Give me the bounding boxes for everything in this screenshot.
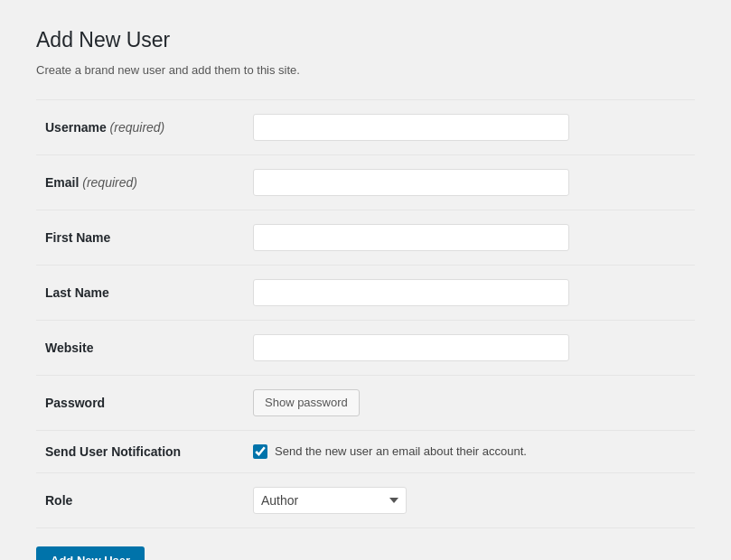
user-form-table: Username (required) Email (required) bbox=[36, 99, 695, 528]
role-input-cell: Subscriber Contributor Author Editor Adm… bbox=[235, 472, 695, 527]
email-label-cell: Email (required) bbox=[36, 154, 235, 210]
role-row: Role Subscriber Contributor Author Edito… bbox=[36, 472, 695, 527]
firstname-label-cell: First Name bbox=[36, 210, 235, 265]
email-label: Email (required) bbox=[45, 175, 137, 190]
website-input-cell bbox=[235, 320, 695, 375]
lastname-label: Last Name bbox=[45, 285, 109, 300]
show-password-button[interactable]: Show password bbox=[253, 389, 360, 416]
firstname-row: First Name bbox=[36, 210, 695, 265]
lastname-input-cell bbox=[235, 265, 695, 320]
send-notification-checkbox[interactable] bbox=[253, 444, 267, 459]
firstname-input[interactable] bbox=[253, 224, 569, 251]
notification-label: Send User Notification bbox=[45, 444, 181, 459]
firstname-label: First Name bbox=[45, 230, 110, 245]
username-label-cell: Username (required) bbox=[36, 99, 235, 154]
add-new-user-button[interactable]: Add New User bbox=[36, 546, 145, 560]
username-input[interactable] bbox=[253, 114, 569, 141]
website-row: Website bbox=[36, 320, 695, 375]
notification-label-cell: Send User Notification bbox=[36, 430, 235, 472]
email-input-cell bbox=[235, 154, 695, 210]
role-label-cell: Role bbox=[36, 472, 235, 527]
lastname-input[interactable] bbox=[253, 279, 569, 306]
username-row: Username (required) bbox=[36, 99, 695, 154]
notification-row: Send User Notification Send the new user… bbox=[36, 430, 695, 472]
password-row: Password Show password bbox=[36, 375, 695, 430]
firstname-input-cell bbox=[235, 210, 695, 265]
notification-text: Send the new user an email about their a… bbox=[275, 444, 527, 458]
notification-input-cell: Send the new user an email about their a… bbox=[235, 430, 695, 472]
username-input-cell bbox=[235, 99, 695, 154]
lastname-row: Last Name bbox=[36, 265, 695, 320]
role-select[interactable]: Subscriber Contributor Author Editor Adm… bbox=[253, 487, 407, 514]
username-label: Username (required) bbox=[45, 120, 164, 135]
password-label: Password bbox=[45, 396, 105, 410]
password-label-cell: Password bbox=[36, 375, 235, 430]
role-label: Role bbox=[45, 493, 72, 508]
page-container: Add New User Create a brand new user and… bbox=[18, 18, 713, 560]
email-required: (required) bbox=[82, 175, 137, 190]
username-required: (required) bbox=[110, 120, 165, 135]
page-description: Create a brand new user and add them to … bbox=[36, 63, 695, 77]
email-input[interactable] bbox=[253, 169, 569, 196]
lastname-label-cell: Last Name bbox=[36, 265, 235, 320]
website-label: Website bbox=[45, 341, 93, 355]
password-input-cell: Show password bbox=[235, 375, 695, 430]
website-label-cell: Website bbox=[36, 320, 235, 375]
email-row: Email (required) bbox=[36, 154, 695, 210]
notification-container: Send the new user an email about their a… bbox=[253, 444, 686, 459]
website-input[interactable] bbox=[253, 334, 569, 361]
page-title: Add New User bbox=[36, 27, 695, 54]
